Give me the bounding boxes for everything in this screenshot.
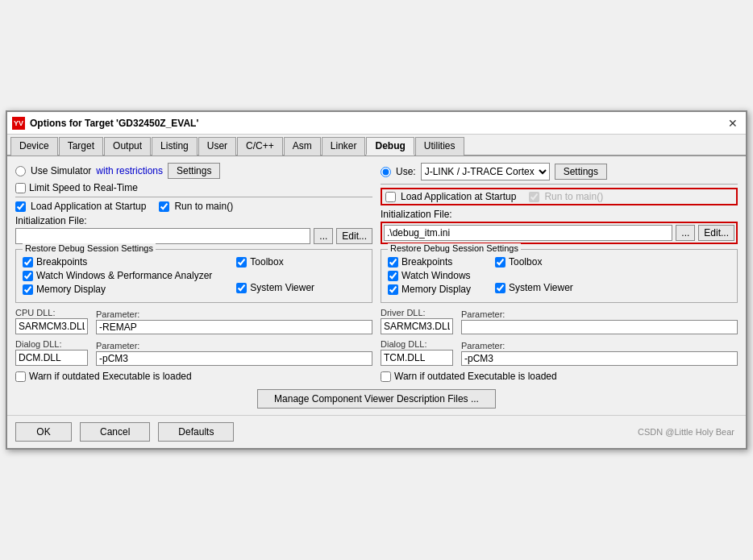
right-driver-dll-label: Driver DLL: — [381, 308, 453, 317]
tab-target[interactable]: Target — [59, 137, 103, 156]
footer: OK Cancel Defaults CSDN @Little Holy Bea… — [7, 415, 746, 448]
left-group-label: Restore Debug Session Settings — [23, 243, 156, 253]
left-init-file-label: Initialization File: — [15, 215, 372, 226]
left-system-checkbox[interactable] — [236, 283, 247, 293]
right-memory-row: Memory Display — [388, 284, 471, 295]
right-dialog-dll-input[interactable] — [381, 350, 453, 366]
left-panel: Use Simulator with restrictions Settings… — [15, 163, 372, 384]
limit-speed-checkbox[interactable] — [15, 183, 26, 193]
tab-debug[interactable]: Debug — [366, 137, 414, 156]
limit-speed-label: Limit Speed to Real-Time — [29, 182, 138, 193]
right-init-file-label: Initialization File: — [381, 209, 738, 220]
right-driver-dll-input[interactable] — [381, 318, 453, 334]
left-cpu-dll-input[interactable] — [15, 318, 88, 334]
left-run-to-main-checkbox[interactable] — [159, 201, 169, 212]
right-driver-dll-row: Driver DLL: Parameter: — [381, 308, 738, 334]
simulator-row: Use Simulator with restrictions Settings — [15, 163, 372, 179]
right-driver-param-label: Parameter: — [461, 309, 738, 319]
title-bar-left: YV Options for Target 'GD32450Z_EVAL' — [12, 117, 198, 130]
right-breakpoints-checkbox[interactable] — [388, 257, 398, 268]
tab-cpp[interactable]: C/C++ — [237, 137, 283, 156]
left-load-app-checkbox[interactable] — [15, 201, 26, 212]
left-toolbox-checkbox[interactable] — [236, 257, 247, 268]
main-window: YV Options for Target 'GD32450Z_EVAL' ✕ … — [6, 110, 747, 450]
left-dialog-dll-label: Dialog DLL: — [15, 339, 88, 349]
right-use-dropdown[interactable]: J-LINK / J-TRACE Cortex — [421, 163, 550, 180]
tab-asm[interactable]: Asm — [284, 137, 321, 156]
tab-linker[interactable]: Linker — [322, 137, 366, 156]
left-breakpoints-checkbox[interactable] — [23, 257, 33, 268]
left-memory-row: Memory Display — [23, 284, 212, 295]
right-system-checkbox[interactable] — [495, 283, 505, 293]
right-init-file-input[interactable] — [384, 225, 672, 241]
left-cpu-dll-field: CPU DLL: — [15, 308, 88, 334]
left-cpu-param-input[interactable] — [96, 320, 372, 334]
right-watch-checkbox[interactable] — [388, 271, 398, 281]
right-load-app-checkbox[interactable] — [385, 192, 396, 202]
main-content: Use Simulator with restrictions Settings… — [7, 156, 746, 415]
tab-output[interactable]: Output — [104, 137, 151, 156]
close-button[interactable]: ✕ — [725, 117, 741, 130]
left-dialog-dll-row: Dialog DLL: Parameter: — [15, 339, 372, 366]
right-init-file-row: ... Edit... — [381, 222, 738, 244]
right-memory-checkbox[interactable] — [388, 284, 398, 295]
limit-speed-row: Limit Speed to Real-Time — [15, 182, 372, 193]
left-browse-btn[interactable]: ... — [314, 228, 333, 244]
right-dialog-param-label: Parameter: — [461, 341, 738, 351]
tab-user[interactable]: User — [198, 137, 236, 156]
right-run-to-main-checkbox[interactable] — [529, 192, 539, 202]
right-load-run-row: Load Application at Startup Run to main(… — [381, 188, 738, 205]
right-watch-label: Watch Windows — [401, 270, 471, 281]
defaults-button[interactable]: Defaults — [158, 422, 234, 442]
right-edit-btn[interactable]: Edit... — [698, 225, 734, 241]
left-memory-checkbox[interactable] — [23, 284, 33, 295]
right-col1: Breakpoints Watch Windows Memory Display — [388, 256, 471, 297]
right-toolbox-row: Toolbox — [495, 256, 573, 268]
left-watch-checkbox[interactable] — [23, 271, 33, 281]
left-load-app-label: Load Application at Startup — [31, 201, 146, 212]
right-dialog-param-input[interactable] — [461, 351, 738, 366]
window-title: Options for Target 'GD32450Z_EVAL' — [30, 118, 198, 129]
tab-utilities[interactable]: Utilities — [415, 137, 464, 156]
left-dialog-dll-input[interactable] — [15, 350, 88, 366]
manage-component-btn[interactable]: Manage Component Viewer Description File… — [257, 389, 496, 409]
right-dialog-dll-field: Dialog DLL: — [381, 339, 453, 366]
right-toolbox-checkbox[interactable] — [495, 257, 505, 268]
left-watch-label: Watch Windows & Performance Analyzer — [36, 270, 212, 281]
left-system-label: System Viewer — [250, 282, 314, 293]
cancel-button[interactable]: Cancel — [80, 422, 150, 442]
left-col2: Toolbox System Viewer — [236, 256, 314, 297]
left-warn-checkbox[interactable] — [15, 371, 26, 382]
left-cpu-param-field: Parameter: — [96, 309, 372, 334]
left-dialog-param-field: Parameter: — [96, 341, 372, 366]
restrictions-link[interactable]: with restrictions — [96, 165, 163, 176]
left-settings-btn[interactable]: Settings — [168, 163, 220, 179]
tab-device[interactable]: Device — [10, 137, 58, 156]
right-warn-checkbox[interactable] — [381, 371, 391, 382]
left-cpu-param-label: Parameter: — [96, 309, 372, 319]
tab-listing[interactable]: Listing — [152, 137, 198, 156]
left-dialog-param-input[interactable] — [96, 351, 372, 366]
left-edit-btn[interactable]: Edit... — [336, 228, 372, 244]
ok-button[interactable]: OK — [15, 422, 72, 442]
right-warn-row: Warn if outdated Executable is loaded — [381, 371, 738, 382]
left-init-file-input[interactable] — [15, 228, 310, 244]
right-use-label: Use: — [396, 166, 416, 177]
left-watch-row: Watch Windows & Performance Analyzer — [23, 270, 212, 281]
left-run-to-main-label: Run to main() — [174, 201, 233, 212]
left-dialog-dll-field: Dialog DLL: — [15, 339, 88, 366]
left-restore-group: Restore Debug Session Settings Breakpoin… — [15, 249, 372, 303]
right-watch-row: Watch Windows — [388, 270, 471, 281]
right-settings-btn[interactable]: Settings — [555, 164, 607, 180]
left-memory-label: Memory Display — [36, 284, 106, 295]
left-init-file-row: ... Edit... — [15, 228, 372, 244]
use-simulator-radio[interactable] — [15, 166, 26, 176]
right-browse-btn[interactable]: ... — [676, 225, 695, 241]
right-dialog-param-field: Parameter: — [461, 341, 738, 366]
left-breakpoints-label: Breakpoints — [36, 256, 87, 268]
right-driver-param-input[interactable] — [461, 320, 738, 334]
left-toolbox-label: Toolbox — [250, 256, 283, 268]
right-breakpoints-label: Breakpoints — [401, 256, 452, 268]
use-jlink-radio[interactable] — [381, 167, 391, 177]
panels: Use Simulator with restrictions Settings… — [15, 163, 738, 384]
